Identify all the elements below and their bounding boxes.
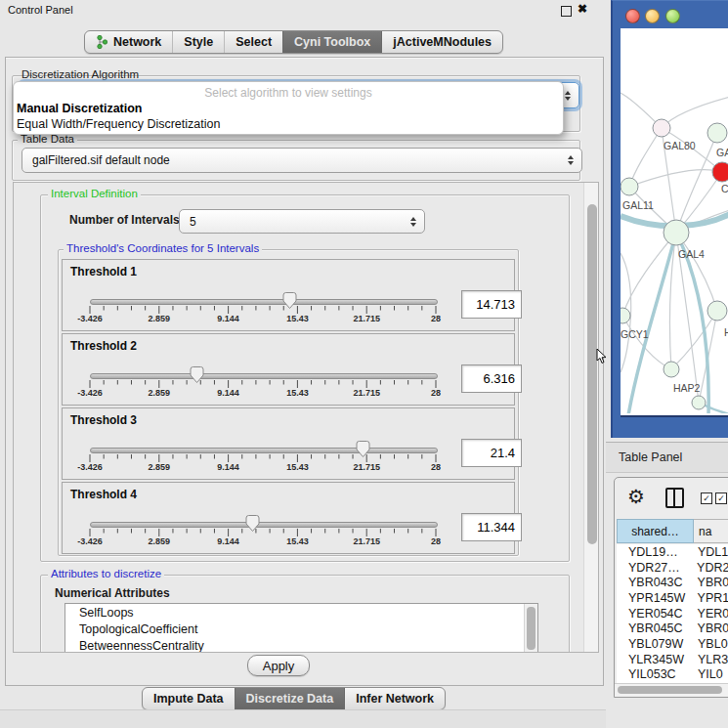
- column-header-shared[interactable]: shared…: [617, 519, 694, 543]
- window-zoom-traffic-light[interactable]: [665, 9, 680, 23]
- tab-jactivemnodules[interactable]: jActiveMNodules: [381, 31, 502, 53]
- list-item[interactable]: TopologicalCoefficient: [65, 621, 537, 637]
- list-scrollbar-thumb[interactable]: [527, 607, 535, 650]
- numerical-attributes-list: SelfLoopsTopologicalCoefficientBetweenne…: [64, 603, 538, 653]
- close-icon[interactable]: ✖: [578, 2, 587, 16]
- tab-cyni-toolbox[interactable]: Cyni Toolbox: [282, 31, 381, 53]
- slider-track[interactable]: [90, 373, 438, 379]
- dropdown-option-equal-width-frequency[interactable]: Equal Width/Frequency Discretization: [17, 117, 220, 131]
- table-cell-shared: YPR145W: [617, 591, 692, 605]
- table-row[interactable]: YPR145WYPR1: [617, 590, 728, 606]
- table-cell-name: YDL1: [692, 545, 728, 559]
- tab-infer-network[interactable]: Infer Network: [344, 688, 445, 709]
- network-node[interactable]: [707, 301, 727, 321]
- dropdown-placeholder: Select algorithm to view settings: [14, 86, 563, 100]
- tab-select[interactable]: Select: [224, 31, 282, 53]
- table-row[interactable]: YER054CYER0: [617, 606, 728, 621]
- table-row[interactable]: YDR27…YDR2: [617, 560, 728, 576]
- slider-tick-label: -3.426: [77, 314, 103, 323]
- split-view-icon[interactable]: [665, 488, 684, 508]
- slider-tick-label: 21.715: [353, 314, 380, 323]
- checkbox-icon[interactable]: ✓: [715, 492, 727, 504]
- discretization-algorithm-group-title: Discretization Algorithm: [21, 68, 139, 80]
- tab-network[interactable]: Network: [85, 31, 172, 53]
- table-header-row: shared… na: [617, 519, 728, 543]
- network-edge: [671, 311, 717, 369]
- settings-scrollbar-thumb[interactable]: [587, 204, 597, 544]
- window-close-traffic-light[interactable]: [625, 9, 640, 23]
- network-edge: [629, 170, 722, 187]
- network-node[interactable]: [653, 119, 670, 137]
- list-item[interactable]: SelfLoops: [65, 604, 537, 621]
- network-node[interactable]: [692, 396, 706, 409]
- network-canvas[interactable]: GAL80GACGAL11GAL4GCY1HHAP2: [621, 28, 728, 417]
- table-row[interactable]: YIL053CYIL0: [617, 667, 728, 683]
- threshold-label: Threshold 4: [70, 488, 137, 501]
- number-of-intervals-label: Number of Intervals: [69, 213, 180, 227]
- table-hscrollbar-thumb[interactable]: [618, 686, 722, 694]
- network-node[interactable]: [707, 123, 727, 143]
- slider-tick-label: 21.715: [353, 536, 380, 546]
- table-row[interactable]: YLR345WYLR3: [617, 652, 728, 667]
- table-cell-shared: YER054C: [617, 607, 692, 621]
- dropdown-option-manual-discretization[interactable]: Manual Discretization: [17, 102, 143, 115]
- network-node[interactable]: [664, 362, 679, 377]
- settings-scrollbar-track[interactable]: [583, 183, 599, 652]
- number-of-intervals-combo[interactable]: 5: [179, 209, 425, 234]
- numerical-attributes-label: Numerical Attributes: [55, 586, 170, 600]
- table-cell-name: YBR0: [692, 576, 728, 589]
- list-item[interactable]: BetweennessCentrality: [65, 637, 537, 653]
- network-node[interactable]: [621, 178, 638, 195]
- table-cell-name: YLR3: [692, 653, 728, 666]
- table-cell-shared: YIL053C: [617, 667, 692, 681]
- threshold-panel: Threshold 2-3.4262.8599.14415.4321.71528…: [62, 333, 515, 406]
- slider-ticks: [89, 306, 437, 315]
- table-data-combo-value: galFiltered.sif default node: [32, 153, 170, 167]
- tab-style[interactable]: Style: [172, 31, 224, 53]
- table-panel: ⚙ ✓ ✓ shared… na YDL19…YDL1YDR27…YDR2YBR…: [614, 477, 728, 698]
- tab-discretize-data[interactable]: Discretize Data: [235, 688, 345, 709]
- network-node[interactable]: [664, 220, 689, 245]
- threshold-value-field[interactable]: 21.4: [461, 439, 522, 467]
- apply-button[interactable]: Apply: [247, 655, 310, 676]
- combo-stepper-icon: [410, 217, 416, 227]
- float-window-icon[interactable]: [561, 6, 572, 17]
- table-panel-titlebar: Table Panel: [606, 442, 728, 473]
- window-minimize-traffic-light[interactable]: [645, 9, 660, 23]
- slider-tick-label: 15.43: [286, 536, 309, 546]
- interval-definition-group-title: Interval Definition: [48, 188, 141, 199]
- network-node-label: H: [724, 326, 728, 338]
- table-hscrollbar-track[interactable]: [615, 683, 728, 697]
- combo-stepper-icon: [565, 91, 571, 101]
- column-header-name[interactable]: na: [694, 519, 728, 543]
- table-row[interactable]: YDL19…YDL1: [617, 544, 728, 560]
- gear-icon[interactable]: ⚙: [627, 484, 645, 509]
- slider-track[interactable]: [90, 522, 438, 528]
- network-node-label: GAL80: [664, 140, 696, 151]
- mouse-cursor: [596, 349, 607, 368]
- checkbox-icon[interactable]: ✓: [701, 492, 712, 504]
- table-row[interactable]: YBR043CYBR0: [617, 575, 728, 590]
- table-cell-name: YER0: [692, 607, 728, 621]
- table-cell-name: YBR0: [692, 621, 728, 635]
- slider-tick-label: -3.426: [77, 462, 103, 472]
- threshold-value-field[interactable]: 14.713: [461, 290, 522, 319]
- network-node[interactable]: [712, 162, 728, 182]
- tab-impute-data[interactable]: Impute Data: [143, 688, 235, 709]
- settings-scroll-area: Interval Definition Number of Intervals …: [13, 182, 599, 653]
- slider-tick-label: 15.43: [286, 388, 309, 398]
- threshold-value-field[interactable]: 11.344: [461, 513, 522, 541]
- bottom-tab-bar: Impute Data Discretize Data Infer Networ…: [142, 687, 446, 710]
- table-row[interactable]: YBL079WYBL0: [617, 636, 728, 652]
- thresholds-group-title: Threshold's Coordinates for 5 Intervals: [64, 242, 262, 254]
- slider-track[interactable]: [90, 299, 438, 305]
- network-node[interactable]: [621, 308, 630, 323]
- network-node-label: GAL11: [622, 199, 654, 211]
- threshold-value-field[interactable]: 6.316: [461, 364, 522, 393]
- list-scrollbar-track[interactable]: [524, 604, 537, 653]
- table-data-combo[interactable]: galFiltered.sif default node: [21, 148, 582, 173]
- slider-track[interactable]: [90, 448, 438, 453]
- table-row[interactable]: YBR045CYBR0: [617, 621, 728, 636]
- attribute-items: SelfLoopsTopologicalCoefficientBetweenne…: [65, 604, 537, 653]
- slider-ticks: [89, 529, 437, 537]
